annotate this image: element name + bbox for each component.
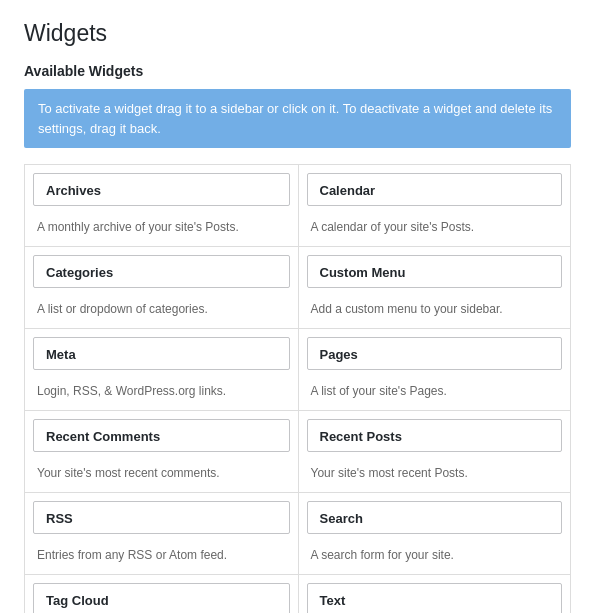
widget-item[interactable]: Tag Cloud bbox=[25, 575, 298, 613]
widget-row: Recent CommentsYour site's most recent c… bbox=[25, 411, 570, 493]
widget-name: Archives bbox=[33, 173, 290, 206]
widget-name: Categories bbox=[33, 255, 290, 288]
widget-item[interactable]: MetaLogin, RSS, & WordPress.org links. bbox=[25, 329, 298, 410]
section-title: Available Widgets bbox=[24, 63, 571, 79]
widget-row: MetaLogin, RSS, & WordPress.org links.Pa… bbox=[25, 329, 570, 411]
widget-description: Entries from any RSS or Atom feed. bbox=[25, 542, 298, 574]
widget-name: Calendar bbox=[307, 173, 563, 206]
page-wrap: Widgets Available Widgets To activate a … bbox=[0, 0, 595, 613]
widgets-grid: ArchivesA monthly archive of your site's… bbox=[24, 164, 571, 613]
widget-name: Recent Posts bbox=[307, 419, 563, 452]
widget-name: Search bbox=[307, 501, 563, 534]
widget-name: Recent Comments bbox=[33, 419, 290, 452]
widget-item[interactable]: CalendarA calendar of your site's Posts. bbox=[298, 165, 571, 246]
widget-item[interactable]: Text bbox=[298, 575, 571, 613]
widget-name: Pages bbox=[307, 337, 563, 370]
widget-row: ArchivesA monthly archive of your site's… bbox=[25, 165, 570, 247]
widget-item[interactable]: SearchA search form for your site. bbox=[298, 493, 571, 574]
info-banner: To activate a widget drag it to a sideba… bbox=[24, 89, 571, 148]
widget-name: Text bbox=[307, 583, 563, 613]
widget-description: Login, RSS, & WordPress.org links. bbox=[25, 378, 298, 410]
widget-description: Your site's most recent Posts. bbox=[299, 460, 571, 492]
widget-description: A list or dropdown of categories. bbox=[25, 296, 298, 328]
widget-description: Add a custom menu to your sidebar. bbox=[299, 296, 571, 328]
widget-name: Meta bbox=[33, 337, 290, 370]
widget-row: RSSEntries from any RSS or Atom feed.Sea… bbox=[25, 493, 570, 575]
widget-description: Your site's most recent comments. bbox=[25, 460, 298, 492]
widget-name: Custom Menu bbox=[307, 255, 563, 288]
widget-item[interactable]: Recent PostsYour site's most recent Post… bbox=[298, 411, 571, 492]
widget-name: RSS bbox=[33, 501, 290, 534]
widget-item[interactable]: RSSEntries from any RSS or Atom feed. bbox=[25, 493, 298, 574]
widget-item[interactable]: ArchivesA monthly archive of your site's… bbox=[25, 165, 298, 246]
widget-row: CategoriesA list or dropdown of categori… bbox=[25, 247, 570, 329]
page-title: Widgets bbox=[24, 20, 571, 47]
widget-description: A list of your site's Pages. bbox=[299, 378, 571, 410]
widget-description: A monthly archive of your site's Posts. bbox=[25, 214, 298, 246]
widget-description: A calendar of your site's Posts. bbox=[299, 214, 571, 246]
widget-description: A search form for your site. bbox=[299, 542, 571, 574]
widget-row: Tag CloudText bbox=[25, 575, 570, 613]
widget-item[interactable]: CategoriesA list or dropdown of categori… bbox=[25, 247, 298, 328]
widget-item[interactable]: Custom MenuAdd a custom menu to your sid… bbox=[298, 247, 571, 328]
widget-item[interactable]: PagesA list of your site's Pages. bbox=[298, 329, 571, 410]
widget-item[interactable]: Recent CommentsYour site's most recent c… bbox=[25, 411, 298, 492]
widget-name: Tag Cloud bbox=[33, 583, 290, 613]
